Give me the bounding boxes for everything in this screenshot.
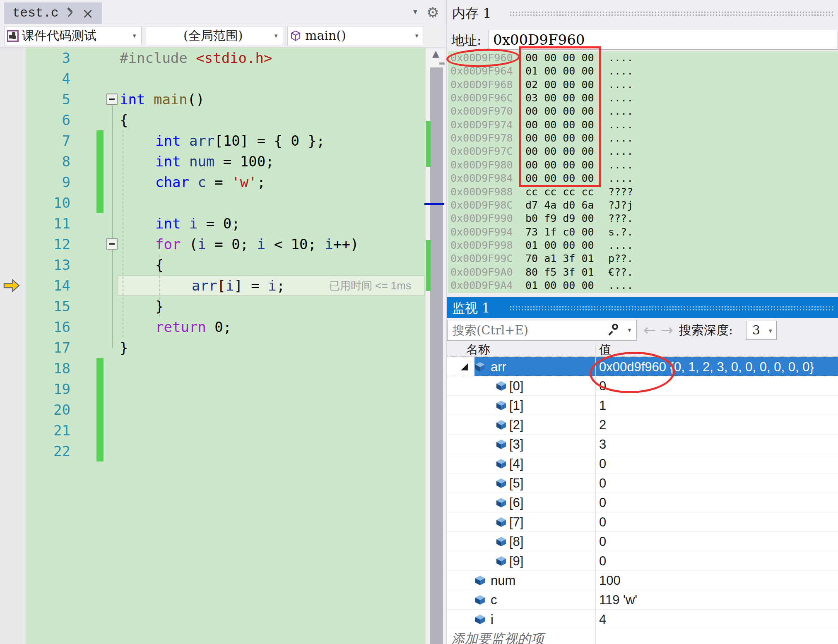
function-dropdown[interactable]: main() ▼ bbox=[287, 26, 424, 45]
code-line-10[interactable]: 10 bbox=[0, 192, 426, 213]
watch-value[interactable]: 0 bbox=[599, 512, 606, 532]
memory-row[interactable]: 0x00D9F97000 00 00 00.... bbox=[448, 105, 838, 118]
fold-collapse-box[interactable] bbox=[106, 238, 118, 250]
watch-name[interactable]: [2] bbox=[509, 415, 523, 435]
watch-name[interactable]: [4] bbox=[509, 454, 523, 473]
memory-row[interactable]: 0x00D9F99473 1f c0 00s.?. bbox=[448, 226, 838, 239]
add-watch-item[interactable]: 添加要监视的项 bbox=[451, 629, 544, 644]
watch-value[interactable]: 0 bbox=[599, 493, 606, 512]
scrollbar-thumb[interactable] bbox=[430, 67, 443, 644]
watch-row[interactable]: [3]3 bbox=[447, 435, 838, 454]
watch-name[interactable]: num bbox=[491, 571, 515, 590]
watch-value[interactable]: 0x00d9f960 {0, 1, 2, 3, 0, 0, 0, 0, 0, 0… bbox=[599, 357, 814, 377]
watch-name[interactable]: [8] bbox=[509, 532, 523, 551]
project-dropdown[interactable]: 课件代码测试 ▼ bbox=[4, 26, 142, 45]
scope-dropdown[interactable]: (全局范围) ▼ bbox=[146, 26, 283, 45]
address-input[interactable] bbox=[489, 30, 838, 50]
code-line-18[interactable]: 18 bbox=[0, 358, 426, 379]
memory-row[interactable]: 0x00D9F96000 00 00 00.... bbox=[448, 51, 838, 65]
watch-row[interactable]: arr0x00d9f960 {0, 1, 2, 3, 0, 0, 0, 0, 0… bbox=[447, 357, 838, 376]
column-header-value[interactable]: 值 bbox=[599, 343, 611, 356]
watch-row[interactable]: i4 bbox=[447, 610, 838, 629]
tab-testc[interactable]: test.c × bbox=[4, 2, 102, 24]
expander-icon[interactable] bbox=[461, 363, 468, 370]
code-line-11[interactable]: 11int i = 0; bbox=[0, 213, 426, 234]
search-depth-dropdown[interactable]: 3 ▼ bbox=[746, 321, 777, 340]
watch-row[interactable]: [6]0 bbox=[447, 493, 838, 512]
search-back-icon[interactable]: ← bbox=[643, 318, 656, 343]
memory-row[interactable]: 0x00D9F99801 00 00 00.... bbox=[448, 239, 838, 252]
watch-value[interactable]: 0 bbox=[599, 532, 606, 551]
watch-value[interactable]: 0 bbox=[599, 551, 606, 571]
search-forward-icon[interactable]: → bbox=[661, 318, 673, 343]
watch-name[interactable]: [7] bbox=[509, 512, 523, 532]
code-line-3[interactable]: 3#include <stdio.h> bbox=[0, 48, 426, 68]
watch-value[interactable]: 0 bbox=[599, 376, 606, 396]
watch-value[interactable]: 0 bbox=[599, 473, 606, 493]
watch-value[interactable]: 0 bbox=[599, 454, 606, 473]
memory-row[interactable]: 0x00D9F96401 00 00 00.... bbox=[448, 65, 838, 78]
code-line-9[interactable]: 9char c = 'w'; bbox=[0, 172, 426, 192]
watch-value[interactable]: 1 bbox=[599, 396, 606, 415]
watch-row[interactable]: [8]0 bbox=[447, 532, 838, 551]
memory-row[interactable]: 0x00D9F990b0 f9 d9 00???. bbox=[448, 212, 838, 226]
code-line-8[interactable]: 8int num = 100; bbox=[0, 151, 426, 172]
code-line-4[interactable]: 4 bbox=[0, 68, 426, 89]
watch-row[interactable]: c119 'w' bbox=[447, 590, 838, 610]
memory-grid[interactable]: 0x00D9F96000 00 00 00....0x00D9F96401 00… bbox=[448, 51, 838, 293]
code-line-20[interactable]: 20 bbox=[0, 399, 426, 420]
memory-row[interactable]: 0x00D9F96802 00 00 00.... bbox=[448, 78, 838, 92]
close-icon[interactable]: × bbox=[82, 6, 94, 20]
watch-row[interactable]: [2]2 bbox=[447, 415, 838, 435]
watch-row[interactable]: [7]0 bbox=[447, 512, 838, 532]
watch-value[interactable]: 119 'w' bbox=[599, 590, 637, 610]
watch-value[interactable]: 100 bbox=[599, 571, 621, 590]
watch-name[interactable]: c bbox=[491, 590, 497, 610]
fold-collapse-box[interactable] bbox=[106, 94, 118, 105]
watch-name[interactable]: [9] bbox=[509, 551, 523, 571]
code-line-19[interactable]: 19 bbox=[0, 379, 426, 399]
search-options-dropdown-icon[interactable]: ▼ bbox=[627, 327, 632, 333]
watch-name[interactable]: [0] bbox=[509, 376, 523, 396]
code-line-14[interactable]: 14arr[i] = i;已用时间 <= 1ms bbox=[0, 275, 426, 296]
watch-value[interactable]: 4 bbox=[599, 610, 606, 629]
search-icon[interactable] bbox=[612, 324, 618, 330]
memory-row[interactable]: 0x00D9F96C03 00 00 00.... bbox=[448, 91, 838, 105]
title-grip-texture[interactable] bbox=[509, 11, 834, 17]
watch-name[interactable]: [6] bbox=[509, 493, 523, 512]
memory-row[interactable]: 0x00D9F99C70 a1 3f 01p??. bbox=[448, 252, 838, 266]
memory-row[interactable]: 0x00D9F988cc cc cc cc???? bbox=[448, 185, 838, 199]
watch-column-headers[interactable]: 名称 值 bbox=[447, 343, 838, 357]
watch-row[interactable]: 添加要监视的项 bbox=[447, 629, 838, 644]
memory-row[interactable]: 0x00D9F97C00 00 00 00.... bbox=[448, 145, 838, 159]
editor-scrollbar[interactable]: ▲ bbox=[426, 48, 446, 644]
pin-icon[interactable] bbox=[66, 8, 75, 19]
code-line-15[interactable]: 15} bbox=[0, 296, 426, 317]
memory-row[interactable]: 0x00D9F98000 00 00 00.... bbox=[448, 159, 838, 172]
scrollbar-up-icon[interactable]: ▲ bbox=[426, 48, 446, 59]
watch-row[interactable]: [5]0 bbox=[447, 473, 838, 493]
watch-row[interactable]: [1]1 bbox=[447, 396, 838, 415]
watch-value[interactable]: 2 bbox=[599, 415, 606, 435]
watch-value[interactable]: 3 bbox=[599, 435, 606, 454]
code-line-22[interactable]: 22 bbox=[0, 441, 426, 461]
memory-row[interactable]: 0x00D9F97800 00 00 00.... bbox=[448, 132, 838, 145]
watch-name[interactable]: arr bbox=[491, 357, 506, 377]
watch-name[interactable]: i bbox=[491, 610, 494, 629]
watch-row[interactable]: [9]0 bbox=[447, 551, 838, 571]
column-divider[interactable] bbox=[595, 343, 596, 644]
code-line-17[interactable]: 17} bbox=[0, 337, 426, 358]
gear-icon[interactable]: ⚙ bbox=[426, 4, 439, 21]
memory-row[interactable]: 0x00D9F97400 00 00 00.... bbox=[448, 118, 838, 132]
watch-title-bar[interactable]: 监视 1 bbox=[447, 297, 838, 318]
code-line-12[interactable]: 12for (i = 0; i < 10; i++) bbox=[0, 234, 426, 255]
memory-row[interactable]: 0x00D9F98400 00 00 00.... bbox=[448, 172, 838, 185]
watch-row[interactable]: num100 bbox=[447, 571, 838, 590]
document-list-dropdown-icon[interactable]: ▼ bbox=[412, 8, 419, 16]
code-line-13[interactable]: 13{ bbox=[0, 255, 426, 275]
watch-name[interactable]: [5] bbox=[509, 473, 523, 493]
watch-name[interactable]: [3] bbox=[509, 435, 523, 454]
code-line-6[interactable]: 6{ bbox=[0, 110, 426, 130]
memory-row[interactable]: 0x00D9F98Cd7 4a d0 6a?J?j bbox=[448, 199, 838, 212]
code-line-7[interactable]: 7int arr[10] = { 0 }; bbox=[0, 130, 426, 151]
